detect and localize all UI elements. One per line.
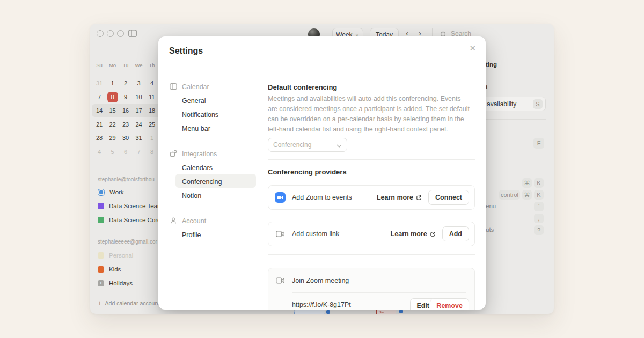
calendar-day-today[interactable]: 8 — [106, 92, 119, 102]
conferencing-select-placeholder: Conferencing — [273, 141, 336, 149]
shortcut-key-s: S — [533, 99, 543, 109]
panel-divider — [486, 119, 546, 120]
calendar-list-item-team[interactable]: Data Science Team — [98, 202, 163, 210]
weekday-label: Mo — [106, 62, 119, 68]
add-calendar-account-button[interactable]: + Add calendar account — [98, 300, 159, 306]
provider-label: Add Zoom to events — [292, 194, 370, 201]
nav-item-calendars[interactable]: Calendars — [182, 164, 213, 172]
calendar-name: Data Science Core — [109, 217, 161, 223]
calendar-day[interactable]: 8 — [145, 146, 158, 157]
calendar-list-item-core[interactable]: Data Science Core — [98, 216, 161, 224]
calendar-name: Kids — [109, 266, 121, 273]
core-calendar-checkbox[interactable] — [98, 217, 104, 223]
calendar-day[interactable]: 9 — [119, 92, 132, 102]
provider-card-zoom: Add Zoom to events Learn more Connect — [268, 185, 475, 210]
content-divider — [268, 159, 475, 160]
availability-label: availability — [487, 100, 533, 108]
calendar-day[interactable]: 18 — [145, 105, 158, 116]
remove-button[interactable]: Remove — [430, 298, 469, 310]
calendar-day[interactable]: 29 — [106, 133, 119, 143]
calendar-day[interactable]: 23 — [119, 119, 132, 130]
nav-item-notifications[interactable]: Notifications — [182, 111, 218, 119]
add-button[interactable]: Add — [442, 226, 469, 241]
k-key: K — [534, 178, 544, 188]
nav-item-menu-bar[interactable]: Menu bar — [182, 125, 210, 133]
external-link-icon — [430, 231, 436, 237]
shortcut-row: control ⌘ K — [499, 190, 544, 200]
video-camera-icon — [275, 275, 286, 286]
calendar-day[interactable]: 25 — [145, 119, 158, 130]
calendar-day[interactable]: 4 — [93, 146, 106, 157]
nav-item-conferencing[interactable]: Conferencing — [182, 178, 222, 186]
calendar-name: Holidays — [109, 280, 133, 286]
availability-row[interactable]: availability S — [480, 97, 546, 111]
nav-item-notion[interactable]: Notion — [182, 192, 201, 200]
sidebar-toggle-icon[interactable] — [128, 30, 137, 39]
shortcut-row: ⌘ K — [522, 178, 544, 188]
calendar-name: Personal — [109, 252, 133, 259]
nav-section-account: Account — [182, 217, 206, 225]
zoom-window-button[interactable] — [117, 30, 124, 37]
calendar-icon — [170, 83, 177, 90]
calendar-day[interactable]: 4 — [145, 78, 158, 89]
backtick-key: ` — [534, 202, 544, 211]
add-calendar-account-label: Add calendar account — [105, 300, 160, 306]
calendar-day[interactable]: 31 — [133, 133, 145, 143]
calendar-day[interactable]: 21 — [93, 119, 106, 130]
desktop-background: Su Mo Tu We Th 31 1 2 3 4 7 8 9 10 11 14 — [0, 0, 644, 338]
team-calendar-checkbox[interactable] — [98, 203, 104, 209]
provider-label: Add custom link — [292, 230, 384, 238]
calendar-list-item-kids[interactable]: Kids — [98, 265, 121, 274]
calendar-day[interactable]: 15 — [106, 105, 119, 116]
calendar-day[interactable]: 6 — [119, 146, 132, 157]
calendar-day[interactable]: 16 — [119, 105, 132, 116]
close-window-button[interactable] — [97, 30, 104, 37]
learn-more-label: Learn more — [377, 194, 413, 201]
calendar-day[interactable]: 2 — [119, 78, 132, 89]
calendar-day[interactable]: 30 — [119, 133, 132, 143]
connect-button[interactable]: Connect — [428, 190, 469, 205]
conferencing-select[interactable]: Conferencing — [268, 138, 347, 152]
calendar-day[interactable]: 1 — [145, 133, 158, 143]
calendar-list-item-holidays[interactable]: ✦ Holidays — [98, 279, 133, 288]
calendar-day[interactable]: 28 — [93, 133, 106, 143]
comma-key: , — [534, 214, 544, 223]
kids-calendar-checkbox[interactable] — [98, 266, 104, 273]
nav-item-general[interactable]: General — [182, 97, 206, 105]
close-icon[interactable]: ✕ — [469, 43, 476, 53]
account-email: stephaleeeee@gmail.cor — [98, 239, 160, 245]
panel-divider — [486, 78, 546, 78]
weekday-label: Tu — [119, 62, 132, 68]
calendar-day[interactable]: 11 — [145, 92, 158, 102]
calendar-day[interactable]: 22 — [106, 119, 119, 130]
holidays-calendar-icon[interactable]: ✦ — [98, 280, 104, 286]
calendar-list-item-work[interactable]: Work — [98, 188, 124, 196]
event-icon-fragment — [326, 310, 330, 314]
minimize-window-button[interactable] — [107, 30, 114, 37]
calendar-day[interactable]: 10 — [133, 92, 145, 102]
personal-calendar-checkbox[interactable] — [98, 252, 104, 259]
default-conferencing-heading: Default conferencing — [268, 83, 337, 91]
calendar-list-item-personal[interactable]: Personal — [98, 251, 133, 260]
provider-label: Join Zoom meeting — [292, 277, 469, 284]
nav-item-profile[interactable]: Profile — [182, 231, 201, 239]
calendar-day[interactable]: 5 — [106, 146, 119, 157]
weekday-label: Th — [145, 62, 158, 68]
calendar-name: Data Science Team — [109, 203, 163, 209]
shortcut-label-fragment: enu — [486, 203, 496, 209]
panel-subheading-fragment: t — [486, 84, 488, 90]
calendar-day[interactable]: 7 — [133, 146, 145, 157]
calendar-day[interactable]: 3 — [133, 78, 145, 89]
calendar-day[interactable]: 17 — [133, 105, 145, 116]
work-calendar-checkbox[interactable] — [98, 189, 105, 196]
calendar-day[interactable]: 1 — [106, 78, 119, 89]
calendar-day[interactable]: 31 — [93, 78, 106, 89]
shortcut-row: ` — [534, 202, 544, 211]
learn-more-link[interactable]: Learn more — [377, 194, 422, 201]
calendar-day[interactable]: 14 — [93, 105, 106, 116]
calendar-day[interactable]: 7 — [93, 92, 106, 102]
calendar-day[interactable]: 24 — [133, 119, 145, 130]
learn-more-link[interactable]: Learn more — [391, 230, 436, 238]
learn-more-label: Learn more — [391, 230, 427, 238]
plus-icon: + — [98, 300, 102, 306]
